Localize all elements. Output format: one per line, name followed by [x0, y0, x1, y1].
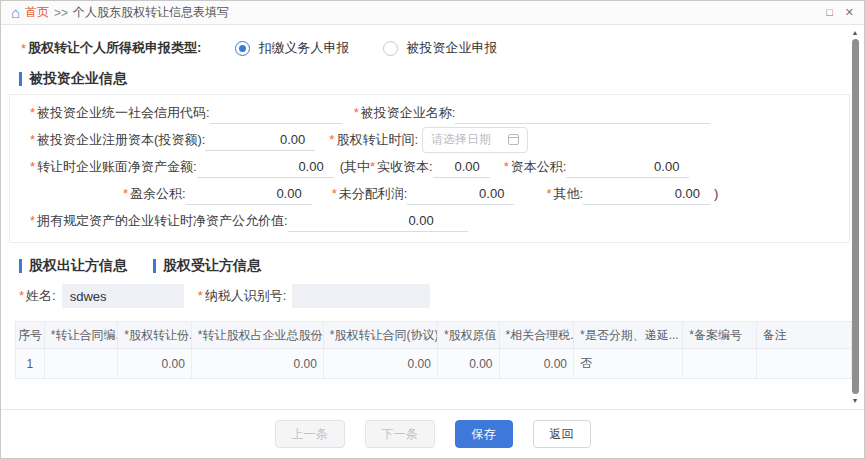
- col-header-contract-amount: *股权转让合同(协议)...: [324, 321, 438, 349]
- other-label: 其他:: [553, 186, 583, 201]
- capital-reserve-input[interactable]: 0.00: [566, 156, 689, 178]
- cell-transfer-share[interactable]: 0.00: [118, 349, 191, 379]
- form-row-5: *拥有规定资产的企业转让时净资产公允价值: 0.00: [20, 207, 841, 234]
- save-button[interactable]: 保存: [455, 420, 513, 448]
- required-marker: *: [198, 288, 203, 303]
- required-marker: *: [546, 186, 551, 201]
- required-marker: *: [30, 105, 35, 120]
- company-name-input[interactable]: [455, 102, 710, 124]
- name-label: 姓名:: [26, 288, 56, 303]
- fair-value-input[interactable]: 0.00: [288, 210, 468, 232]
- taxpayer-id-input[interactable]: [292, 284, 430, 308]
- surplus-input[interactable]: 0.00: [186, 183, 312, 205]
- scrollbar-thumb[interactable]: [852, 39, 859, 394]
- required-marker: *: [123, 186, 128, 201]
- radio-selected-icon[interactable]: [235, 41, 250, 56]
- col-header-reasonable-tax: *相关合理税...: [500, 321, 574, 349]
- cell-installment[interactable]: 否: [574, 349, 683, 379]
- cell-record-no[interactable]: [683, 349, 756, 379]
- table-row[interactable]: 1 0.00 0.00 0.00 0.00 0.00 否: [15, 349, 852, 379]
- section-transferor-title: 股权出让方信息: [29, 257, 127, 275]
- declaration-type-label: 股权转让个人所得税申报类型:: [28, 39, 201, 57]
- cell-index: 1: [15, 349, 45, 379]
- transferor-identity-row: *姓名: sdwes *纳税人识别号:: [19, 284, 864, 308]
- section-invested-company: 被投资企业信息: [19, 70, 864, 88]
- required-marker: *: [329, 132, 334, 147]
- col-header-share-ratio: *转让股权占企业总股份...: [192, 321, 324, 349]
- close-icon[interactable]: ✕: [845, 7, 854, 18]
- col-header-record-no: *备案编号: [683, 321, 756, 349]
- table-header-row: 序号 *转让合同编... *股权转让份... *转让股权占企业总股份... *股…: [15, 321, 852, 349]
- radio-option-0-label: 扣缴义务人申报: [258, 39, 349, 57]
- required-marker: *: [332, 186, 337, 201]
- col-header-transfer-share: *股权转让份...: [118, 321, 191, 349]
- scroll-up-icon[interactable]: ▲: [852, 28, 859, 37]
- radio-option-0[interactable]: 扣缴义务人申报: [235, 39, 349, 57]
- previous-button[interactable]: 上一条: [275, 420, 345, 448]
- form-content: * 股权转让个人所得税申报类型: 扣缴义务人申报 被投资企业申报 被投资企业信息…: [1, 25, 864, 409]
- section-bar-icon: [153, 259, 156, 273]
- col-header-original-value: *股权原值: [438, 321, 500, 349]
- col-header-index: 序号: [15, 321, 45, 349]
- vertical-scrollbar[interactable]: ▲ ▼: [849, 28, 861, 405]
- undistributed-label: 未分配利润:: [339, 186, 408, 201]
- net-asset-label: 转让时企业账面净资产金额:: [37, 159, 197, 174]
- section-bar-icon: [19, 259, 22, 273]
- net-asset-input[interactable]: 0.00: [197, 156, 334, 178]
- company-name-label: 被投资企业名称:: [361, 105, 456, 120]
- col-header-remark: 备注: [757, 321, 852, 349]
- cell-contract-no[interactable]: [45, 349, 118, 379]
- name-input[interactable]: sdwes: [62, 284, 184, 308]
- required-marker: *: [370, 159, 375, 174]
- radio-option-1-label: 被投资企业申报: [406, 39, 497, 57]
- capital-reserve-label: 资本公积:: [511, 159, 567, 174]
- window-controls: □ ✕: [826, 7, 854, 18]
- maximize-icon[interactable]: □: [826, 7, 833, 18]
- invested-company-fieldset: *被投资企业统一社会信用代码: *被投资企业名称: *被投资企业注册资本(投资额…: [9, 94, 850, 243]
- section-invested-company-title: 被投资企业信息: [29, 70, 127, 88]
- scroll-down-icon[interactable]: ▼: [852, 396, 859, 405]
- undistributed-input[interactable]: 0.00: [407, 183, 514, 205]
- footer-action-bar: 上一条 下一条 保存 返回: [1, 409, 864, 458]
- section-transferee-title: 股权受让方信息: [163, 257, 261, 275]
- paren-suffix: ): [714, 186, 718, 201]
- required-marker: *: [21, 41, 26, 56]
- paid-in-input[interactable]: 0.00: [433, 156, 490, 178]
- col-header-contract-no: *转让合同编...: [45, 321, 118, 349]
- other-input[interactable]: 0.00: [583, 183, 710, 205]
- radio-option-1[interactable]: 被投资企业申报: [383, 39, 497, 57]
- cell-remark[interactable]: [757, 349, 852, 379]
- section-transferor: 股权出让方信息: [19, 257, 127, 275]
- surplus-label: 盈余公积:: [130, 186, 186, 201]
- cell-original-value[interactable]: 0.00: [438, 349, 500, 379]
- required-marker: *: [354, 105, 359, 120]
- cell-share-ratio[interactable]: 0.00: [192, 349, 324, 379]
- reg-capital-input[interactable]: 0.00: [205, 129, 315, 151]
- back-button[interactable]: 返回: [533, 420, 591, 448]
- next-button[interactable]: 下一条: [365, 420, 435, 448]
- cell-reasonable-tax[interactable]: 0.00: [500, 349, 574, 379]
- credit-code-input[interactable]: [210, 102, 342, 124]
- transfer-date-picker[interactable]: 请选择日期: [422, 127, 528, 153]
- required-marker: *: [19, 288, 24, 303]
- required-marker: *: [30, 132, 35, 147]
- transfer-table: 序号 *转让合同编... *股权转让份... *转让股权占企业总股份... *股…: [15, 321, 852, 379]
- reg-capital-label: 被投资企业注册资本(投资额):: [37, 132, 205, 147]
- calendar-icon: [508, 134, 519, 145]
- home-icon[interactable]: ⌂: [11, 5, 20, 20]
- form-row-4: *盈余公积: 0.00 *未分配利润: 0.00 *其他: 0.00 ): [20, 180, 841, 207]
- taxpayer-id-label: 纳税人识别号:: [205, 288, 287, 303]
- section-transferee[interactable]: 股权受让方信息: [153, 257, 261, 275]
- app-window: ⌂ 首页 >> 个人股东股权转让信息表填写 □ ✕ * 股权转让个人所得税申报类…: [0, 0, 865, 459]
- section-bar-icon: [19, 72, 22, 86]
- breadcrumb-home-link[interactable]: 首页: [25, 4, 49, 21]
- credit-code-label: 被投资企业统一社会信用代码:: [37, 105, 210, 120]
- fair-value-label: 拥有规定资产的企业转让时净资产公允价值:: [37, 213, 288, 228]
- col-header-installment: *是否分期、递延...: [574, 321, 683, 349]
- cell-contract-amount[interactable]: 0.00: [324, 349, 438, 379]
- declaration-type-row: * 股权转让个人所得税申报类型: 扣缴义务人申报 被投资企业申报: [21, 39, 864, 57]
- radio-unselected-icon[interactable]: [383, 41, 398, 56]
- breadcrumb-separator: >>: [54, 6, 68, 20]
- party-section-titles: 股权出让方信息 股权受让方信息: [19, 257, 864, 275]
- transfer-date-label: 股权转让时间:: [336, 132, 418, 147]
